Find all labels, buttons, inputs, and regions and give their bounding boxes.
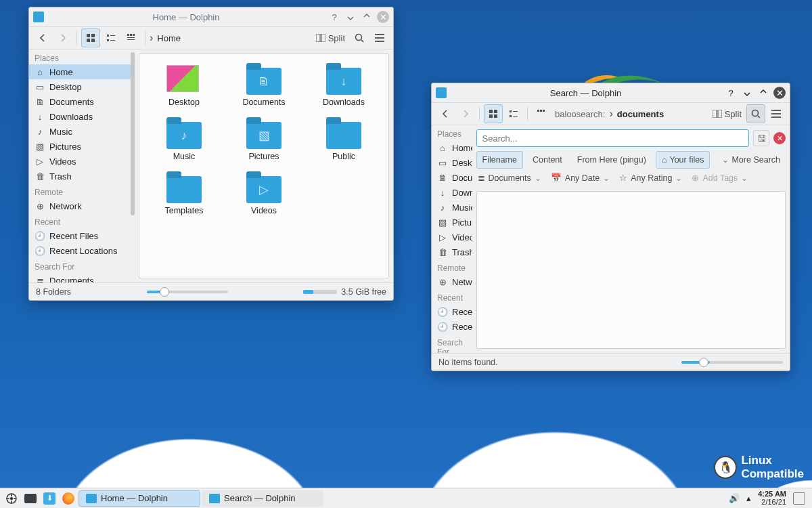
icons-view-button[interactable] [81, 28, 100, 47]
folder-pictures[interactable]: ▧Pictures [226, 119, 302, 161]
folder-public[interactable]: Public [306, 119, 382, 161]
task-search-dolphin[interactable]: Search — Dolphin [202, 490, 323, 507]
zoom-slider[interactable] [147, 291, 228, 293]
chip-content[interactable]: Content [527, 151, 568, 169]
sidebar-item-desktop[interactable]: ▭Desktop [29, 79, 135, 94]
sidebar-item-home[interactable]: ⌂Home [29, 64, 135, 79]
sidebar-item-pictures[interactable]: ▧Pictures [432, 215, 472, 230]
sidebar-item-trash[interactable]: 🗑Trash [29, 169, 135, 184]
show-desktop-button[interactable] [793, 492, 805, 505]
tag-addtags[interactable]: ⊕Add Tags⌄ [692, 173, 748, 183]
sidebar-item-home[interactable]: ⌂Home [432, 140, 472, 155]
sidebar-item-trash[interactable]: 🗑Trash [432, 245, 472, 259]
breadcrumb-home[interactable]: Home [154, 33, 183, 43]
save-search-button[interactable]: 🖫 [753, 130, 769, 146]
search-input[interactable] [476, 129, 749, 147]
sidebar-item-documents[interactable]: 🗎Documents [29, 94, 135, 109]
sidebar-item-search-documents[interactable]: ≣Documents [29, 273, 135, 282]
sidebar-item-network[interactable]: ⊕Network [432, 274, 472, 289]
sidebar-item-recent-locations[interactable]: 🕘Recent Locations [29, 243, 135, 258]
compact-view-button[interactable] [504, 104, 523, 123]
breadcrumb-separator-icon [609, 108, 612, 120]
sidebar-item-recent-files[interactable]: 🕘Recent Files [29, 228, 135, 243]
minimize-button[interactable] [344, 11, 357, 23]
sidebar-item-downloads[interactable]: ↓Downloads [29, 109, 135, 124]
chip-yourfiles[interactable]: ⌂Your files [656, 151, 710, 169]
task-home-dolphin[interactable]: Home — Dolphin [78, 490, 200, 507]
titlebar[interactable]: Home — Dolphin ? ✕ [29, 7, 393, 26]
sidebar-item-music[interactable]: ♪Music [432, 200, 472, 215]
tray-expand-icon[interactable]: ▴ [746, 493, 751, 503]
zoom-slider[interactable] [681, 361, 783, 364]
chip-filename[interactable]: Filename [476, 151, 523, 169]
help-button[interactable]: ? [725, 87, 737, 99]
clock-icon: 🕘 [35, 230, 45, 241]
folder-templates[interactable]: Templates [146, 173, 222, 215]
forward-button[interactable] [456, 104, 475, 123]
url-nav-button[interactable] [532, 104, 551, 123]
icons-view-button[interactable] [484, 104, 503, 123]
chip-more-search[interactable]: More Search [714, 151, 786, 169]
back-button[interactable] [436, 104, 455, 123]
sidebar-item-videos[interactable]: ▷Videos [432, 230, 472, 245]
folder-videos[interactable]: ▷Videos [226, 173, 302, 215]
sidebar-item-music[interactable]: ♪Music [29, 124, 135, 139]
folder-documents[interactable]: 🗎Documents [226, 65, 302, 107]
network-icon: ⊕ [35, 200, 45, 211]
discover-launcher[interactable]: ⬇ [41, 490, 58, 507]
window-title: Search — Dolphin [451, 88, 721, 98]
forward-button[interactable] [53, 28, 72, 47]
firefox-launcher[interactable] [60, 490, 77, 507]
app-icon [436, 87, 447, 98]
sidebar-item-network[interactable]: ⊕Network [29, 198, 135, 213]
hamburger-menu-button[interactable] [767, 104, 786, 123]
pager-button[interactable] [22, 490, 39, 507]
sidebar-scrollbar[interactable] [131, 52, 135, 215]
close-button[interactable]: ✕ [377, 11, 389, 23]
folder-downloads[interactable]: ↓Downloads [306, 65, 382, 107]
breadcrumb-protocol[interactable]: baloosearch: [552, 109, 608, 119]
videos-icon: ▷ [35, 156, 45, 167]
close-search-button[interactable]: ✕ [773, 132, 786, 144]
split-button[interactable]: Split [709, 104, 745, 123]
videos-icon: ▷ [437, 232, 448, 242]
sidebar-item-recent-locations[interactable]: 🕘Recent Locations [432, 319, 472, 334]
folder-music[interactable]: ♪Music [146, 119, 222, 161]
watermark: 🐧 LinuxCompatible [714, 454, 804, 481]
details-view-button[interactable] [122, 28, 141, 47]
clock-date: 2/16/21 [758, 499, 786, 507]
maximize-button[interactable] [757, 87, 769, 99]
search-button[interactable] [746, 104, 765, 123]
chip-fromhere[interactable]: From Here (pingu) [572, 151, 652, 169]
svg-rect-13 [316, 34, 320, 42]
sidebar-item-videos[interactable]: ▷Videos [29, 154, 135, 169]
minimize-button[interactable] [741, 87, 753, 99]
titlebar[interactable]: Search — Dolphin ? ✕ [432, 83, 790, 102]
sidebar-item-recent-files[interactable]: 🕘Recent Files [432, 304, 472, 319]
split-button[interactable]: Split [313, 28, 348, 47]
tag-documents[interactable]: ≣Documents⌄ [478, 173, 541, 183]
tag-label: Documents [489, 173, 531, 183]
sidebar-item-label: Trash [452, 247, 472, 257]
breadcrumb-documents[interactable]: documents [614, 109, 667, 119]
back-button[interactable] [33, 28, 52, 47]
search-bar: 🖫 ✕ [472, 125, 790, 147]
volume-icon[interactable]: 🔊 [729, 493, 740, 503]
sidebar-item-downloads[interactable]: ↓Downloads [432, 185, 472, 200]
close-button[interactable]: ✕ [773, 87, 786, 99]
hamburger-menu-button[interactable] [370, 28, 389, 47]
folder-desktop[interactable]: Desktop [146, 65, 222, 107]
tag-rating[interactable]: ☆Any Rating⌄ [619, 173, 682, 183]
start-menu-button[interactable] [3, 490, 20, 507]
maximize-button[interactable] [361, 11, 373, 23]
sidebar-item-documents[interactable]: 🗎Documents [432, 170, 472, 185]
help-button[interactable]: ? [328, 11, 340, 23]
tag-row: ≣Documents⌄ 📅Any Date⌄ ☆Any Rating⌄ ⊕Add… [472, 169, 790, 187]
compact-view-button[interactable] [102, 28, 120, 47]
tag-date[interactable]: 📅Any Date⌄ [551, 173, 610, 183]
sidebar-item-pictures[interactable]: ▧Pictures [29, 139, 135, 154]
chip-label: Filename [482, 155, 517, 165]
sidebar-item-desktop[interactable]: ▭Desktop [432, 155, 472, 170]
clock[interactable]: 4:25 AM 2/16/21 [758, 490, 786, 506]
search-button[interactable] [350, 28, 369, 47]
